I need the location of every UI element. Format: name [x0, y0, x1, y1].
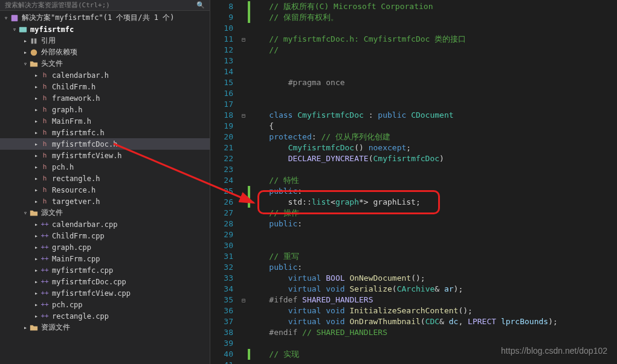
code-line[interactable]: // 版权所有(C) Microsoft Corporation — [248, 1, 617, 12]
code-line[interactable]: class CmyfisrtmfcDoc : public CDocument — [248, 110, 617, 121]
header-files-folder[interactable]: ▿ 头文件 — [0, 58, 210, 69]
code-line[interactable] — [248, 99, 617, 110]
code-line[interactable]: // 重写 — [248, 251, 617, 262]
chevron-right-icon[interactable]: ▸ — [33, 141, 40, 147]
file-item-ChildFrm-h[interactable]: ▸hChildFrm.h — [0, 81, 210, 92]
file-item-myfisrtmfc-cpp[interactable]: ▸++myfisrtmfc.cpp — [0, 264, 210, 276]
file-item-calendarbar-cpp[interactable]: ▸++calendarbar.cpp — [0, 219, 210, 230]
code-line[interactable] — [248, 338, 617, 349]
file-item-myfisrtmfcView-h[interactable]: ▸hmyfisrtmfcView.h — [0, 150, 210, 161]
resource-files-folder[interactable]: ▸ 资源文件 — [0, 322, 210, 333]
code-line[interactable]: CmyfisrtmfcDoc() noexcept; — [248, 142, 617, 153]
fold-marker[interactable]: ⊟ — [239, 110, 248, 121]
code-line[interactable]: #ifdef SHARED_HANDLERS — [248, 295, 617, 305]
code-line[interactable] — [248, 23, 617, 34]
code-line[interactable]: #endif // SHARED_HANDLERS — [248, 327, 617, 338]
chevron-right-icon[interactable]: ▸ — [22, 49, 29, 56]
code-line[interactable]: virtual void OnDrawThumbnail(CDC& dc, LP… — [248, 316, 617, 327]
chevron-right-icon[interactable]: ▸ — [33, 106, 40, 113]
code-line[interactable]: // 操作 — [248, 208, 617, 219]
external-deps-node[interactable]: ▸ 外部依赖项 — [0, 46, 210, 58]
code-line[interactable] — [248, 360, 617, 364]
solution-search[interactable]: 搜索解决方案资源管理器(Ctrl+;) 🔍 — [0, 0, 210, 11]
code-line[interactable]: // 特性 — [248, 175, 617, 186]
code-line[interactable]: public: — [248, 219, 617, 229]
code-line[interactable] — [248, 56, 617, 66]
chevron-down-icon[interactable]: ▿ — [11, 26, 18, 33]
chevron-right-icon[interactable]: ▸ — [33, 221, 40, 228]
file-item-rectangle-cpp[interactable]: ▸++rectangle.cpp — [0, 310, 210, 322]
code-area[interactable]: // 版权所有(C) Microsoft Corporation // 保留所有… — [248, 0, 617, 364]
source-files-folder[interactable]: ▿ 源文件 — [0, 207, 210, 219]
code-line[interactable]: virtual void InitializeSearchContent(); — [248, 305, 617, 316]
solution-node[interactable]: ▿ 解决方案"myfisrtmfc"(1 个项目/共 1 个) — [0, 12, 210, 24]
chevron-right-icon[interactable]: ▸ — [33, 129, 40, 136]
project-node[interactable]: ▿ myfisrtmfc — [0, 24, 210, 35]
file-item-ChildFrm-cpp[interactable]: ▸++ChildFrm.cpp — [0, 230, 210, 241]
chevron-down-icon[interactable]: ▿ — [2, 14, 10, 21]
chevron-right-icon[interactable]: ▸ — [33, 187, 40, 193]
chevron-right-icon[interactable]: ▸ — [33, 278, 40, 285]
file-item-graph-cpp[interactable]: ▸++graph.cpp — [0, 241, 210, 253]
code-line[interactable] — [248, 240, 617, 251]
code-line[interactable]: // 保留所有权利。 — [248, 12, 617, 23]
file-item-myfisrtmfcView-cpp[interactable]: ▸++myfisrtmfcView.cpp — [0, 287, 210, 299]
fold-column[interactable]: ⊟⊟⊟ — [239, 0, 248, 364]
code-editor[interactable]: 8910111213141516171819202122232425262728… — [210, 0, 617, 364]
chevron-right-icon[interactable]: ▸ — [33, 72, 40, 78]
line-number: 22 — [210, 153, 233, 164]
chevron-right-icon[interactable]: ▸ — [33, 83, 40, 90]
chevron-right-icon[interactable]: ▸ — [33, 301, 40, 308]
code-line[interactable]: virtual BOOL OnNewDocument(); — [248, 273, 617, 284]
chevron-right-icon[interactable]: ▸ — [33, 118, 40, 124]
chevron-right-icon[interactable]: ▸ — [33, 232, 40, 239]
code-line[interactable]: public: — [248, 186, 617, 197]
chevron-down-icon[interactable]: ▿ — [22, 209, 29, 216]
code-line[interactable]: protected: // 仅从序列化创建 — [248, 132, 617, 142]
file-item-graph-h[interactable]: ▸hgraph.h — [0, 104, 210, 115]
code-line[interactable]: // myfisrtmfcDoc.h: CmyfisrtmfcDoc 类的接口 — [248, 34, 617, 45]
chevron-right-icon[interactable]: ▸ — [22, 37, 29, 44]
file-item-calendarbar-h[interactable]: ▸hcalendarbar.h — [0, 69, 210, 81]
file-item-Resource-h[interactable]: ▸hResource.h — [0, 184, 210, 196]
code-line[interactable]: DECLARE_DYNCREATE(CmyfisrtmfcDoc) — [248, 153, 617, 164]
code-line[interactable]: { — [248, 121, 617, 132]
chevron-right-icon[interactable]: ▸ — [33, 244, 40, 251]
chevron-right-icon[interactable]: ▸ — [33, 164, 40, 170]
code-line[interactable] — [248, 66, 617, 77]
chevron-down-icon[interactable]: ▿ — [22, 60, 29, 67]
file-item-framework-h[interactable]: ▸hframework.h — [0, 92, 210, 104]
references-node[interactable]: ▸ 引用 — [0, 35, 210, 46]
code-line[interactable]: virtual void Serialize(CArchive& ar); — [248, 284, 617, 295]
chevron-right-icon[interactable]: ▸ — [33, 267, 40, 273]
chevron-right-icon[interactable]: ▸ — [33, 175, 40, 182]
code-line[interactable]: std::list<graph*> graphList; — [248, 197, 617, 208]
code-line[interactable]: // — [248, 45, 617, 56]
chevron-right-icon[interactable]: ▸ — [33, 313, 40, 319]
chevron-right-icon[interactable]: ▸ — [33, 152, 40, 159]
file-item-pch-h[interactable]: ▸hpch.h — [0, 161, 210, 173]
chevron-right-icon[interactable]: ▸ — [33, 290, 40, 296]
chevron-right-icon[interactable]: ▸ — [33, 95, 40, 101]
chevron-right-icon[interactable]: ▸ — [22, 324, 29, 331]
fold-marker[interactable]: ⊟ — [239, 34, 248, 45]
file-item-rectangle-h[interactable]: ▸hrectangle.h — [0, 173, 210, 184]
code-line[interactable] — [248, 164, 617, 175]
fold-marker[interactable]: ⊟ — [239, 295, 248, 305]
file-item-MainFrm-h[interactable]: ▸hMainFrm.h — [0, 115, 210, 127]
solution-tree[interactable]: ▿ 解决方案"myfisrtmfc"(1 个项目/共 1 个) ▿ myfisr… — [0, 11, 210, 364]
chevron-right-icon[interactable]: ▸ — [33, 198, 40, 205]
file-item-myfisrtmfcDoc-cpp[interactable]: ▸++myfisrtmfcDoc.cpp — [0, 276, 210, 287]
code-line[interactable] — [248, 88, 617, 99]
file-item-pch-cpp[interactable]: ▸++pch.cpp — [0, 299, 210, 310]
code-line[interactable]: // 实现 — [248, 349, 617, 360]
code-line[interactable] — [248, 229, 617, 240]
file-item-targetver-h[interactable]: ▸htargetver.h — [0, 196, 210, 207]
file-item-myfisrtmfc-h[interactable]: ▸hmyfisrtmfc.h — [0, 127, 210, 138]
resources-label: 资源文件 — [41, 322, 70, 333]
chevron-right-icon[interactable]: ▸ — [33, 255, 40, 262]
code-line[interactable]: #pragma once — [248, 77, 617, 88]
file-item-myfisrtmfcDoc-h[interactable]: ▸hmyfisrtmfcDoc.h — [0, 138, 210, 150]
file-item-MainFrm-cpp[interactable]: ▸++MainFrm.cpp — [0, 253, 210, 264]
code-line[interactable]: public: — [248, 262, 617, 273]
